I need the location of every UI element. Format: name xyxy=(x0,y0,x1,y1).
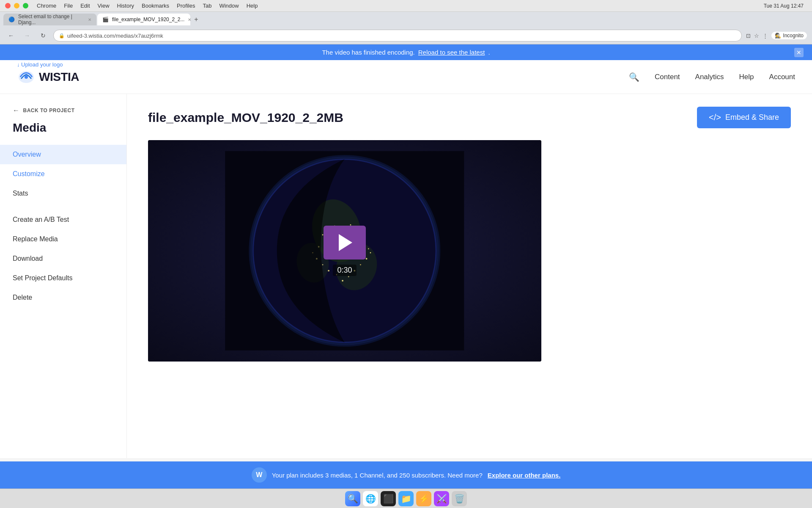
menu-help[interactable]: Help xyxy=(247,3,258,9)
incognito-label: Incognito xyxy=(783,33,804,39)
embed-share-label: Embed & Share xyxy=(725,113,779,122)
bottom-upgrade-banner: W Your plan includes 3 medias, 1 Channel… xyxy=(0,461,812,489)
sidebar: ← BACK TO PROJECT Media Overview Customi… xyxy=(0,94,127,458)
maximize-window-button[interactable] xyxy=(23,3,28,8)
address-bar[interactable]: 🔒 uifeed-3.wistia.com/medias/x7auzj6rmk xyxy=(53,30,742,41)
nav-content[interactable]: Content xyxy=(655,73,680,81)
back-arrow-icon: ← xyxy=(13,107,20,114)
sidebar-item-overview[interactable]: Overview xyxy=(0,145,126,164)
upload-logo-link[interactable]: ↓ Upload your logo xyxy=(17,61,63,68)
banner-reload-link[interactable]: Reload to see the latest xyxy=(418,49,485,56)
content-area: file_example_MOV_1920_2_2MB </> Embed & … xyxy=(127,94,812,458)
banner-close-button[interactable]: ✕ xyxy=(794,48,804,57)
menu-view[interactable]: View xyxy=(98,3,110,9)
wistia-w-icon: W xyxy=(252,467,267,483)
wistia-logo[interactable]: WISTIA xyxy=(17,69,79,85)
sidebar-item-delete[interactable]: Delete xyxy=(0,288,126,307)
tab-1-close[interactable]: ✕ xyxy=(88,17,91,22)
mac-menu-bar: Chrome File Edit View History Bookmarks … xyxy=(37,3,258,9)
dock-bolt-icon[interactable]: ⚡ xyxy=(416,491,431,506)
menu-bookmarks[interactable]: Bookmarks xyxy=(142,3,169,9)
lock-icon: 🔒 xyxy=(59,33,65,39)
dock-trash-icon[interactable]: 🗑️ xyxy=(452,491,467,506)
video-background: 0:30 xyxy=(148,140,541,362)
incognito-badge: 🕵 Incognito xyxy=(771,32,807,39)
menu-file[interactable]: File xyxy=(64,3,73,9)
nav-account[interactable]: Account xyxy=(769,73,795,81)
sidebar-title: Media xyxy=(0,121,126,145)
back-to-project-link[interactable]: ← BACK TO PROJECT xyxy=(0,107,126,121)
svg-point-31 xyxy=(370,252,371,254)
svg-point-30 xyxy=(366,258,368,260)
svg-point-19 xyxy=(368,248,369,249)
reload-button[interactable]: ↻ xyxy=(37,30,49,41)
sidebar-item-replace-media[interactable]: Replace Media xyxy=(0,229,126,249)
dock-chrome-icon[interactable]: 🌐 xyxy=(363,491,378,506)
menu-chrome[interactable]: Chrome xyxy=(37,3,56,9)
main-layout: ← BACK TO PROJECT Media Overview Customi… xyxy=(0,94,812,458)
forward-button[interactable]: → xyxy=(21,30,33,41)
tab-1-label: Select email to change | Djang... xyxy=(18,14,85,25)
menu-window[interactable]: Window xyxy=(219,3,239,9)
dock-sword-icon[interactable]: ⚔️ xyxy=(434,491,449,506)
sidebar-item-download[interactable]: Download xyxy=(0,249,126,268)
browser-tab-2[interactable]: 🎬 file_example_MOV_1920_2_2... ✕ xyxy=(97,14,190,25)
banner-suffix: . xyxy=(488,49,490,56)
tabs-bar: 🔵 Select email to change | Djang... ✕ 🎬 … xyxy=(0,12,812,27)
notification-banner: The video has finished encoding. Reload … xyxy=(0,44,812,60)
menu-profiles[interactable]: Profiles xyxy=(177,3,195,9)
app-container: ↓ Upload your logo WISTIA 🔍 Content Anal… xyxy=(0,60,812,458)
sidebar-nav: Overview Customize Stats Create an A/B T… xyxy=(0,145,126,307)
sidebar-item-customize[interactable]: Customize xyxy=(0,164,126,184)
minimize-window-button[interactable] xyxy=(14,3,19,8)
sidebar-item-stats[interactable]: Stats xyxy=(0,184,126,203)
sidebar-item-create-ab-test[interactable]: Create an A/B Test xyxy=(0,210,126,229)
embed-share-button[interactable]: </> Embed & Share xyxy=(697,107,791,128)
bookmark-icon[interactable]: ☆ xyxy=(754,33,759,39)
browser-chrome: 🔵 Select email to change | Djang... ✕ 🎬 … xyxy=(0,12,812,44)
menu-tab[interactable]: Tab xyxy=(203,3,211,9)
upload-logo-text: ↓ Upload your logo xyxy=(17,61,63,68)
video-player[interactable]: 0:30 xyxy=(148,140,541,362)
browser-right-icons: ⊡ ☆ ⋮ 🕵 Incognito xyxy=(746,32,807,39)
sidebar-item-set-project-defaults[interactable]: Set Project Defaults xyxy=(0,268,126,288)
media-title: file_example_MOV_1920_2_2MB xyxy=(148,110,343,125)
video-duration: 0:30 xyxy=(333,265,356,276)
media-header: file_example_MOV_1920_2_2MB </> Embed & … xyxy=(148,107,791,128)
close-window-button[interactable] xyxy=(5,3,11,8)
svg-point-27 xyxy=(348,276,349,277)
play-triangle-icon xyxy=(339,234,352,251)
mac-window-controls[interactable] xyxy=(5,3,28,8)
play-button[interactable] xyxy=(324,226,366,260)
bottom-banner-text: Your plan includes 3 medias, 1 Channel, … xyxy=(272,472,483,479)
nav-analytics[interactable]: Analytics xyxy=(695,73,724,81)
menu-icon[interactable]: ⋮ xyxy=(763,33,768,39)
embed-icon: </> xyxy=(709,113,721,122)
mac-dock: 🔍 🌐 ⬛ 📁 ⚡ ⚔️ 🗑️ xyxy=(0,489,812,508)
menu-history[interactable]: History xyxy=(117,3,134,9)
wistia-logo-icon xyxy=(17,69,36,85)
sidebar-divider xyxy=(0,203,126,210)
mac-time: Tue 31 Aug 12:47 xyxy=(764,3,804,9)
cast-icon[interactable]: ⊡ xyxy=(746,33,751,39)
dock-files-icon[interactable]: 📁 xyxy=(398,491,414,506)
search-button[interactable]: 🔍 xyxy=(629,72,639,82)
url-text: uifeed-3.wistia.com/medias/x7auzj6rmk xyxy=(67,33,163,39)
new-tab-button[interactable]: + xyxy=(191,14,201,25)
dock-terminal-icon[interactable]: ⬛ xyxy=(381,491,396,506)
incognito-icon: 🕵 xyxy=(775,33,781,39)
browser-tab-1[interactable]: 🔵 Select email to change | Djang... ✕ xyxy=(3,14,96,25)
tab-2-label: file_example_MOV_1920_2_2... xyxy=(112,17,184,22)
dock-finder-icon[interactable]: 🔍 xyxy=(345,491,360,506)
mac-titlebar: Chrome File Edit View History Bookmarks … xyxy=(0,0,812,12)
explore-plans-link[interactable]: Explore our other plans. xyxy=(488,472,561,479)
app-header: WISTIA 🔍 Content Analytics Help Account xyxy=(0,60,812,94)
play-button-container: 0:30 xyxy=(324,226,366,276)
nav-help[interactable]: Help xyxy=(739,73,754,81)
wistia-logo-text: WISTIA xyxy=(39,70,79,84)
menu-edit[interactable]: Edit xyxy=(80,3,90,9)
address-bar-row: ← → ↻ 🔒 uifeed-3.wistia.com/medias/x7auz… xyxy=(0,27,812,44)
banner-text: The video has finished encoding. xyxy=(322,49,414,56)
back-to-project-label: BACK TO PROJECT xyxy=(23,108,75,113)
back-button[interactable]: ← xyxy=(5,30,17,41)
